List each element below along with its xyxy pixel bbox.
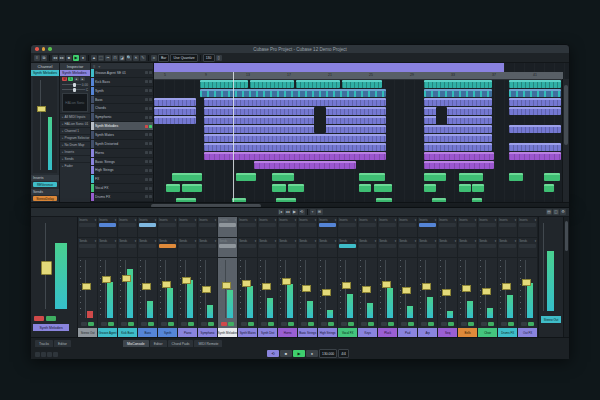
mute-solo-buttons[interactable] xyxy=(145,151,152,154)
mixer-channel[interactable]: Inserts▾ Sends▾ Piano xyxy=(178,217,198,337)
midi-clip[interactable] xyxy=(424,80,492,88)
send-slot[interactable] xyxy=(279,244,296,248)
midi-clip[interactable] xyxy=(154,107,196,115)
tempo-display[interactable]: 130 xyxy=(203,54,215,62)
midi-clip[interactable] xyxy=(424,184,436,192)
erase-tool-icon[interactable]: ◪ xyxy=(119,55,125,61)
send-slot[interactable] xyxy=(99,244,116,248)
solo-button[interactable] xyxy=(328,322,334,326)
send-slot[interactable] xyxy=(319,244,336,248)
inspector-row[interactable]: ▸No Drum Map xyxy=(60,141,90,148)
mute-button[interactable] xyxy=(341,322,347,326)
chevron-down-icon[interactable]: ▾ xyxy=(395,239,396,243)
mixer-channel[interactable]: Inserts▾ Sends▾ Choir xyxy=(478,217,498,337)
track-row[interactable]: Basic Strings xyxy=(91,158,153,167)
fader-cap[interactable] xyxy=(41,261,52,275)
channel-name-plate[interactable]: Stereo Out xyxy=(78,328,97,337)
channel-name-plate[interactable]: Out FX xyxy=(518,328,537,337)
fader-cap[interactable] xyxy=(342,282,351,289)
midi-clip[interactable] xyxy=(459,184,471,192)
fader-cap[interactable] xyxy=(282,278,291,285)
solo-button[interactable] xyxy=(428,322,434,326)
cycle-icon[interactable]: ⟲ xyxy=(267,350,279,357)
fader-cap[interactable] xyxy=(482,288,491,295)
channel-name-plate[interactable]: Seq xyxy=(438,328,457,337)
mute-solo-buttons[interactable] xyxy=(145,142,152,145)
mixer-channel[interactable]: Inserts▾ Sends▾ Groove Agent xyxy=(98,217,118,337)
mute-solo-buttons[interactable] xyxy=(145,125,152,128)
chevron-down-icon[interactable]: ▾ xyxy=(475,239,476,243)
pan-slider[interactable]: C xyxy=(60,87,90,92)
solo-button[interactable] xyxy=(128,322,134,326)
chevron-down-icon[interactable]: ▾ xyxy=(95,218,96,222)
insert-slot[interactable] xyxy=(339,223,356,227)
send-slot[interactable]: StereoDelay xyxy=(33,196,57,201)
solo-button[interactable] xyxy=(108,322,114,326)
chevron-down-icon[interactable]: ▾ xyxy=(95,239,96,243)
play-icon[interactable]: ▶ xyxy=(293,350,305,357)
insert-slot[interactable] xyxy=(359,223,376,227)
zoom-preset-icon[interactable] xyxy=(47,352,52,357)
insert-slot[interactable] xyxy=(119,223,136,227)
track-row[interactable]: Synth Melodies xyxy=(91,122,153,131)
chevron-down-icon[interactable]: ▾ xyxy=(295,239,296,243)
fader-cap[interactable] xyxy=(142,283,151,290)
solo-button[interactable] xyxy=(388,322,394,326)
channel-panel-header[interactable]: Channel xyxy=(31,63,59,70)
insert-slot[interactable] xyxy=(219,223,236,227)
fader-cap[interactable] xyxy=(162,281,171,288)
mixer-channel[interactable]: Inserts▾ Sends▾ Arp xyxy=(418,217,438,337)
mute-solo-buttons[interactable] xyxy=(145,71,152,74)
midi-clip[interactable] xyxy=(424,134,492,142)
rewind-icon[interactable]: ◂◂ xyxy=(52,55,58,61)
chevron-down-icon[interactable]: ▾ xyxy=(415,218,416,222)
zoom-tool-icon[interactable]: 🔍 xyxy=(126,55,132,61)
solo-button[interactable] xyxy=(248,322,254,326)
mute-solo-buttons[interactable] xyxy=(145,89,152,92)
chevron-down-icon[interactable]: ▾ xyxy=(355,218,356,222)
fader-cap[interactable] xyxy=(442,289,451,296)
midi-clip[interactable] xyxy=(509,125,561,133)
chevron-down-icon[interactable]: ▾ xyxy=(535,218,536,222)
channel-name-plate[interactable]: Piano xyxy=(178,328,197,337)
vertical-scrollbar[interactable] xyxy=(563,217,569,337)
insert-slot[interactable] xyxy=(159,223,176,227)
hamburger-icon[interactable]: ≡ xyxy=(93,64,95,69)
solo-button[interactable] xyxy=(448,322,454,326)
midi-clip[interactable] xyxy=(204,98,386,106)
mixer-channel[interactable]: Inserts▾ Sends▾ Synth xyxy=(158,217,178,337)
send-slot[interactable] xyxy=(519,244,536,248)
midi-clip[interactable] xyxy=(359,184,371,192)
midi-clip[interactable] xyxy=(272,173,294,181)
channel-fader[interactable] xyxy=(33,77,57,173)
mute-solo-buttons[interactable] xyxy=(145,116,152,119)
fader-cap[interactable] xyxy=(422,283,431,290)
mute-button[interactable] xyxy=(181,322,187,326)
midi-clip[interactable] xyxy=(272,184,286,192)
midi-clip[interactable] xyxy=(204,107,386,115)
play-icon[interactable]: ▶ xyxy=(73,55,79,61)
midi-clip[interactable] xyxy=(154,98,196,106)
send-slot[interactable] xyxy=(79,244,96,248)
midi-clip[interactable] xyxy=(204,134,386,142)
track-row[interactable]: Bass xyxy=(91,96,153,105)
tab-editor[interactable]: Editor xyxy=(54,340,71,347)
chevron-down-icon[interactable]: ▾ xyxy=(295,218,296,222)
inspector-row[interactable]: ▸Inserts xyxy=(60,148,90,155)
solo-button[interactable] xyxy=(468,322,474,326)
mute-button[interactable] xyxy=(361,322,367,326)
midi-clip[interactable] xyxy=(544,173,560,181)
midi-clip[interactable] xyxy=(509,98,561,106)
chevron-down-icon[interactable]: ▾ xyxy=(455,239,456,243)
arrangement-area[interactable]: 591317212529333741 xyxy=(154,63,569,202)
chevron-down-icon[interactable]: ▾ xyxy=(375,239,376,243)
mute-button[interactable] xyxy=(301,322,307,326)
midi-clip[interactable] xyxy=(424,173,446,181)
mute-button[interactable] xyxy=(121,322,127,326)
midi-clip[interactable] xyxy=(459,173,483,181)
mixer-channel[interactable]: Inserts▾ Sends▾ Seq xyxy=(438,217,458,337)
settings-icon[interactable]: ⚙ xyxy=(560,209,566,215)
send-slot[interactable] xyxy=(139,244,156,248)
fader-cap[interactable] xyxy=(502,283,511,290)
solo-button[interactable] xyxy=(288,322,294,326)
